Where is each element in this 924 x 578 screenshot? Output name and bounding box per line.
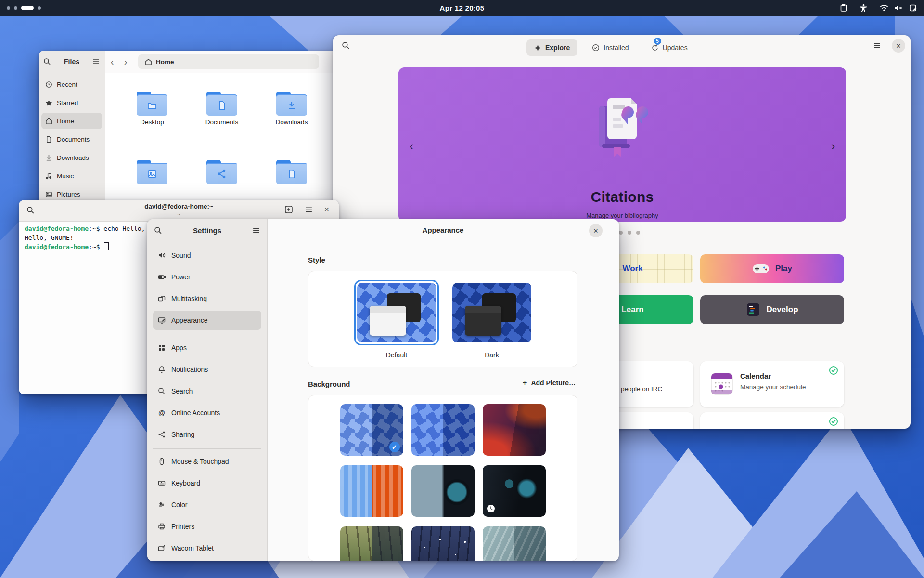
wallpaper-thumb[interactable]: ✓ bbox=[340, 404, 403, 456]
settings-item-mouse-touchpad[interactable]: Mouse & Touchpad bbox=[153, 452, 261, 471]
folder-pictures[interactable] bbox=[130, 160, 174, 184]
folder-icon bbox=[137, 92, 167, 116]
software-headerbar[interactable]: Explore Installed Updates 5 ✕ bbox=[333, 35, 911, 57]
back-icon[interactable]: ‹ bbox=[105, 56, 119, 67]
software-tabs: Explore Installed Updates 5 bbox=[526, 39, 695, 56]
settings-item-printers[interactable]: Printers bbox=[153, 517, 261, 536]
settings-item-sharing[interactable]: Sharing bbox=[153, 425, 261, 444]
carousel-dot[interactable] bbox=[619, 231, 623, 235]
folder-desktop[interactable]: Desktop bbox=[130, 92, 174, 126]
settings-item-power[interactable]: Power bbox=[153, 267, 261, 287]
folder-templates[interactable] bbox=[270, 160, 313, 184]
wallpaper-thumb[interactable] bbox=[483, 465, 546, 517]
settings-item-label: Wacom Tablet bbox=[171, 544, 214, 552]
accessibility-icon[interactable] bbox=[860, 4, 867, 12]
tab-label: Explore bbox=[545, 44, 570, 52]
app-card-partial[interactable] bbox=[700, 412, 844, 429]
tile-label: Work bbox=[622, 264, 642, 274]
style-preview-default bbox=[357, 283, 436, 342]
clock-menu[interactable]: Apr 12 20:05 bbox=[0, 0, 924, 16]
wallpaper-thumb[interactable] bbox=[340, 526, 403, 561]
folder-public[interactable] bbox=[200, 160, 244, 184]
settings-item-notifications[interactable]: Notifications bbox=[153, 360, 261, 379]
menu-icon[interactable] bbox=[92, 58, 100, 66]
settings-item-label: Multitasking bbox=[171, 295, 207, 302]
settings-item-sound[interactable]: Sound bbox=[153, 246, 261, 265]
sidebar-item-recent[interactable]: Recent bbox=[41, 76, 102, 92]
sidebar-item-downloads[interactable]: Downloads bbox=[41, 149, 102, 166]
banner-title: Citations bbox=[398, 189, 846, 205]
sidebar-item-music[interactable]: Music bbox=[41, 168, 102, 184]
carousel-dots[interactable] bbox=[619, 231, 640, 235]
search-icon[interactable] bbox=[154, 226, 162, 235]
carousel-dot[interactable] bbox=[628, 231, 631, 235]
sidebar-item-documents[interactable]: Documents bbox=[41, 131, 102, 147]
clipboard-icon[interactable] bbox=[840, 4, 847, 12]
settings-item-appearance[interactable]: Appearance bbox=[153, 311, 261, 330]
bell-icon bbox=[158, 366, 166, 373]
folder-downloads[interactable]: Downloads bbox=[270, 92, 313, 126]
wallpaper-thumb[interactable] bbox=[411, 404, 475, 456]
settings-item-label: Color bbox=[171, 501, 187, 509]
close-icon[interactable]: ✕ bbox=[589, 224, 603, 237]
sidebar-item-home[interactable]: Home bbox=[41, 113, 102, 129]
appearance-headerbar[interactable]: Appearance ✕ bbox=[267, 219, 619, 242]
plus-icon: + bbox=[522, 378, 527, 388]
wallpaper-thumb[interactable] bbox=[483, 404, 546, 456]
settings-item-wacom-tablet[interactable]: Wacom Tablet bbox=[153, 539, 261, 558]
installed-check-icon bbox=[829, 366, 838, 375]
settings-item-label: Mouse & Touchpad bbox=[171, 458, 229, 465]
wallpaper-thumb[interactable] bbox=[483, 526, 546, 561]
style-card: Default Dark bbox=[308, 271, 578, 367]
menu-icon[interactable] bbox=[252, 226, 260, 235]
forward-icon[interactable]: › bbox=[119, 56, 132, 67]
wallpaper-thumb[interactable] bbox=[411, 465, 475, 517]
battery-icon bbox=[158, 273, 166, 281]
settings-item-label: Appearance bbox=[171, 316, 208, 324]
tab-updates[interactable]: Updates 5 bbox=[643, 39, 695, 56]
share-glyph-icon bbox=[217, 169, 227, 179]
search-icon[interactable] bbox=[43, 58, 51, 66]
settings-item-multitasking[interactable]: Multitasking bbox=[153, 289, 261, 308]
sidebar-label: Music bbox=[57, 172, 74, 180]
share-icon bbox=[158, 431, 166, 438]
settings-item-search[interactable]: Search bbox=[153, 381, 261, 401]
location-tab[interactable]: Home bbox=[138, 54, 319, 69]
system-status-menu[interactable] bbox=[880, 4, 917, 12]
settings-headerbar[interactable]: Settings bbox=[147, 219, 267, 242]
menu-icon[interactable] bbox=[873, 41, 881, 50]
carousel-dot[interactable] bbox=[636, 231, 640, 235]
settings-item-color[interactable]: Color bbox=[153, 495, 261, 514]
selected-check-badge: ✓ bbox=[389, 442, 400, 452]
category-tile-play[interactable]: Play bbox=[700, 254, 844, 283]
image-icon bbox=[45, 191, 52, 198]
settings-item-apps[interactable]: Apps bbox=[153, 338, 261, 357]
color-drops-icon bbox=[158, 501, 166, 509]
carousel-prev-icon[interactable]: ‹ bbox=[404, 139, 419, 154]
files-headerbar[interactable]: Files bbox=[38, 51, 105, 73]
printer-icon bbox=[158, 523, 166, 530]
featured-banner-citations[interactable]: ‹ › Citations Manage your bibliography bbox=[398, 67, 846, 222]
folder-documents[interactable]: Documents bbox=[200, 92, 244, 126]
citations-app-icon bbox=[592, 95, 652, 158]
style-option-default[interactable]: Default bbox=[354, 280, 439, 359]
carousel-next-icon[interactable]: › bbox=[826, 139, 840, 154]
wallpaper-thumb[interactable] bbox=[340, 465, 403, 517]
category-tile-develop[interactable]: Develop bbox=[700, 295, 844, 324]
appearance-panel: Appearance ✕ Style Default Dark Backgrou… bbox=[267, 219, 619, 561]
home-icon bbox=[45, 118, 52, 125]
sidebar-item-starred[interactable]: Starred bbox=[41, 94, 102, 111]
folder-icon bbox=[206, 92, 237, 116]
wallpaper-thumb[interactable] bbox=[411, 526, 475, 561]
add-picture-button[interactable]: + Add Picture… bbox=[522, 378, 576, 388]
tab-installed[interactable]: Installed bbox=[584, 39, 636, 56]
close-icon[interactable]: ✕ bbox=[892, 39, 905, 53]
style-option-dark[interactable]: Dark bbox=[452, 280, 531, 359]
settings-item-keyboard[interactable]: Keyboard bbox=[153, 473, 261, 493]
app-card-calendar[interactable]: Calendar Manage your schedule bbox=[700, 361, 844, 407]
tab-explore[interactable]: Explore bbox=[526, 39, 578, 56]
settings-item-online-accounts[interactable]: @ Online Accounts bbox=[153, 403, 261, 422]
tile-label: Play bbox=[775, 264, 792, 274]
add-picture-label: Add Picture… bbox=[531, 379, 576, 387]
search-icon[interactable] bbox=[342, 41, 350, 50]
